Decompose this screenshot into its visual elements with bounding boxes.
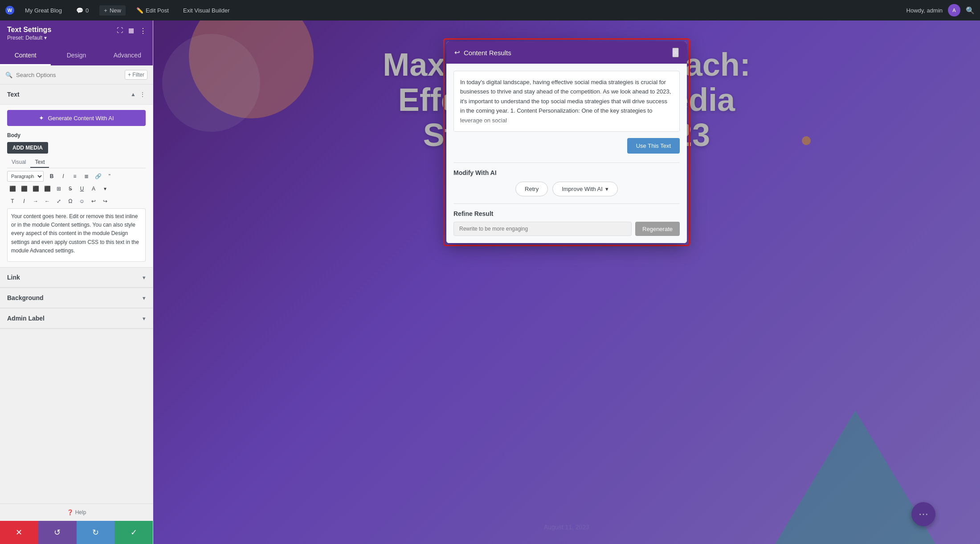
back-arrow-icon[interactable]: ↩ (454, 49, 460, 57)
site-background: Maximizing Your Reach: Effective Social … (153, 20, 980, 544)
admin-label-section-header[interactable]: Admin Label ▾ (0, 309, 153, 329)
more-btn[interactable]: ▾ (100, 183, 110, 194)
text-section-header[interactable]: Text ▲ ⋮ (0, 85, 153, 105)
exit-builder-link[interactable]: Exit Visual Builder (180, 5, 233, 16)
tab-design[interactable]: Design (51, 46, 102, 65)
redo-button[interactable]: ↻ (77, 521, 115, 544)
special-char-button[interactable]: Ω (65, 196, 76, 207)
align-left-button[interactable]: ⬛ (7, 183, 18, 194)
wp-logo-icon[interactable]: W (5, 6, 14, 15)
fullscreen-editor-button[interactable]: ⤢ (53, 196, 64, 207)
tab-content[interactable]: Content (0, 46, 51, 65)
table-button[interactable]: ⊞ (53, 183, 64, 194)
generated-text-content: In today's digital landscape, having eff… (453, 71, 680, 132)
content-results-modal: ↩ Content Results × In today's digital l… (446, 41, 687, 243)
save-button[interactable]: ✓ (114, 521, 153, 544)
section-options-icon[interactable]: ⋮ (139, 91, 146, 98)
text-color-button[interactable]: A (88, 183, 99, 194)
fullscreen-icon[interactable]: ⛶ (117, 27, 123, 35)
paragraph-select[interactable]: Paragraph (7, 171, 44, 182)
unordered-list-button[interactable]: ≡ (69, 171, 80, 182)
more-options-icon[interactable]: ⋮ (139, 27, 147, 35)
sidebar-preset: Preset: Default ▾ (7, 35, 146, 41)
admin-bar: W My Great Blog 💬 0 + New ✏️ Edit Post E… (0, 0, 980, 20)
modal-header: ↩ Content Results × (446, 41, 687, 64)
ordered-list-button[interactable]: ≣ (81, 171, 92, 182)
sidebar-search: 🔍 + Filter (0, 65, 153, 85)
filter-button[interactable]: + Filter (125, 70, 147, 80)
refine-row: Regenerate (453, 222, 680, 236)
sidebar: Text Settings Preset: Default ▾ ⛶ ▦ ⋮ Co… (0, 20, 153, 544)
indent-button[interactable]: → (30, 196, 41, 207)
site-name[interactable]: My Great Blog (21, 5, 65, 16)
underline-button[interactable]: U (77, 183, 87, 194)
edit-post-link[interactable]: ✏️ Edit Post (133, 5, 172, 16)
paste-text-button[interactable]: T (7, 196, 18, 207)
background-section: Background ▾ (0, 288, 153, 309)
toolbar-row-3: T I → ← ⤢ Ω ☺ ↩ ↪ (7, 196, 146, 207)
align-right-button[interactable]: ⬛ (30, 183, 41, 194)
add-media-button[interactable]: ADD MEDIA (7, 142, 48, 154)
tab-text[interactable]: Text (30, 157, 49, 168)
tab-advanced[interactable]: Advanced (102, 46, 153, 65)
modal-body: In today's digital landscape, having eff… (446, 64, 687, 243)
sidebar-header: Text Settings Preset: Default ▾ ⛶ ▦ ⋮ (0, 20, 153, 46)
link-section-title: Link (7, 274, 20, 281)
link-section-header[interactable]: Link ▾ (0, 268, 153, 288)
modify-buttons: Retry Improve With AI ▾ (453, 182, 680, 196)
chevron-down-icon: ▾ (605, 186, 608, 192)
regenerate-button[interactable]: Regenerate (635, 222, 680, 236)
search-icon: 🔍 (5, 72, 12, 78)
link-button[interactable]: 🔗 (93, 171, 103, 182)
text-section-title: Text (7, 91, 20, 98)
tab-visual[interactable]: Visual (7, 157, 30, 168)
cancel-button[interactable]: ✕ (0, 521, 38, 544)
background-section-header[interactable]: Background ▾ (0, 288, 153, 308)
improve-ai-button[interactable]: Improve With AI ▾ (552, 182, 618, 196)
chevron-down-icon: ▾ (44, 35, 47, 41)
text-section-body: ✦ Generate Content With AI Body ADD MEDI… (0, 105, 153, 268)
align-justify-button[interactable]: ⬛ (42, 183, 53, 194)
sidebar-actions: ✕ ↺ ↻ ✓ (0, 521, 153, 544)
help-button[interactable]: ❓ Help (7, 509, 146, 516)
search-icon[interactable]: 🔍 (966, 6, 975, 15)
bold-button[interactable]: B (46, 171, 57, 182)
italic2-button[interactable]: I (19, 196, 29, 207)
redo-editor-button[interactable]: ↪ (100, 196, 110, 207)
blockquote-button[interactable]: " (104, 171, 115, 182)
chevron-down-icon: ▾ (143, 295, 146, 301)
refine-section: Refine Result Regenerate (453, 203, 680, 236)
strikethrough-button[interactable]: S̶ (65, 183, 76, 194)
columns-icon[interactable]: ▦ (128, 27, 134, 35)
outdent-button[interactable]: ← (42, 196, 53, 207)
link-section: Link ▾ (0, 268, 153, 288)
use-text-button[interactable]: Use This Text (627, 138, 680, 154)
body-label: Body (7, 132, 146, 138)
help-icon: ❓ (67, 509, 74, 516)
modal-overlay: ↩ Content Results × In today's digital l… (153, 20, 980, 544)
chevron-down-icon: ▾ (143, 274, 146, 281)
refine-label: Refine Result (453, 210, 680, 217)
generate-ai-button[interactable]: ✦ Generate Content With AI (7, 110, 146, 126)
canvas-area: Maximizing Your Reach: Effective Social … (153, 20, 980, 544)
editor-content[interactable]: Your content goes here. Edit or remove t… (7, 208, 146, 262)
undo-button[interactable]: ↺ (38, 521, 77, 544)
italic-button[interactable]: I (58, 171, 69, 182)
undo-editor-button[interactable]: ↩ (88, 196, 99, 207)
toolbar-row-2: ⬛ ⬛ ⬛ ⬛ ⊞ S̶ U A ▾ (7, 183, 146, 194)
ai-icon: ✦ (39, 114, 44, 122)
emoji-button[interactable]: ☺ (77, 196, 87, 207)
align-center-button[interactable]: ⬛ (19, 183, 29, 194)
search-input[interactable] (16, 72, 121, 78)
retry-button[interactable]: Retry (515, 182, 548, 196)
sidebar-tabs: Content Design Advanced (0, 46, 153, 65)
admin-bar-right: Howdy, admin A 🔍 (906, 4, 975, 16)
comments-link[interactable]: 💬 0 (73, 5, 92, 16)
sidebar-content: Text ▲ ⋮ ✦ Generate Content With AI Body… (0, 85, 153, 503)
modal-close-button[interactable]: × (672, 48, 679, 57)
modal-highlight: ↩ Content Results × In today's digital l… (443, 38, 690, 246)
refine-input[interactable] (453, 222, 632, 236)
chevron-up-icon: ▲ (131, 91, 136, 97)
avatar: A (948, 4, 960, 16)
new-post-button[interactable]: + New (99, 5, 126, 16)
